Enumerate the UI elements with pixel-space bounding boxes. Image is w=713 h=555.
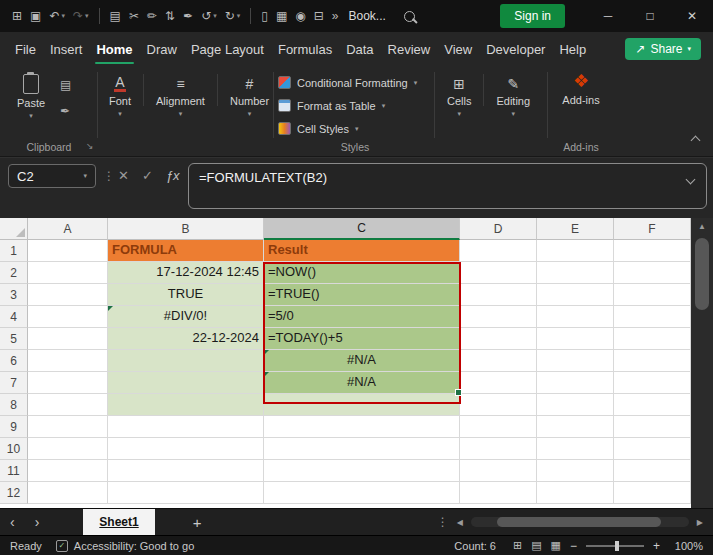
row-header-8[interactable]: 8 (0, 394, 28, 416)
cancel-icon[interactable]: ✕ (118, 168, 129, 183)
column-header-E[interactable]: E (537, 218, 614, 240)
ribbon-group-number[interactable]: #Number▾ (221, 72, 278, 120)
cell-C9[interactable] (264, 416, 460, 438)
cell-F1[interactable] (614, 240, 691, 262)
cell-A2[interactable] (28, 262, 108, 284)
cell-B7[interactable] (108, 372, 264, 394)
cell-E4[interactable] (537, 306, 614, 328)
cell-F9[interactable] (614, 416, 691, 438)
zoom-slider-thumb[interactable] (615, 541, 619, 551)
cell-F3[interactable] (614, 284, 691, 306)
cell-C4[interactable]: =5/0 (264, 306, 460, 328)
copy-icon[interactable]: ▤ (60, 78, 71, 92)
cell-D9[interactable] (460, 416, 537, 438)
horizontal-scrollbar-thumb[interactable] (497, 517, 661, 527)
cell-B2[interactable]: 17-12-2024 12:45 (108, 262, 264, 284)
row-header-4[interactable]: 4 (0, 306, 28, 328)
cell-D8[interactable] (460, 394, 537, 416)
select-all-corner[interactable] (0, 218, 28, 240)
name-box[interactable]: C2 ▾ (8, 164, 96, 188)
cell-A8[interactable] (28, 394, 108, 416)
row-header-12[interactable]: 12 (0, 482, 28, 504)
cell-D12[interactable] (460, 482, 537, 504)
scroll-left-icon[interactable]: ◀ (457, 518, 463, 527)
cell-A10[interactable] (28, 438, 108, 460)
cell-F8[interactable] (614, 394, 691, 416)
menu-tab-draw[interactable]: Draw (140, 32, 184, 66)
page-break-view-icon[interactable]: ▦ (551, 539, 561, 552)
cell-A9[interactable] (28, 416, 108, 438)
menu-tab-developer[interactable]: Developer (479, 32, 552, 66)
cell-A12[interactable] (28, 482, 108, 504)
cell-C1[interactable]: Result (264, 240, 460, 262)
cell-D6[interactable] (460, 350, 537, 372)
row-header-6[interactable]: 6 (0, 350, 28, 372)
cell-B4[interactable]: #DIV/0! (108, 306, 264, 328)
undo-icon[interactable]: ↶▾ (49, 9, 65, 23)
collapse-ribbon-icon[interactable] (691, 136, 701, 146)
cell-C12[interactable] (264, 482, 460, 504)
cell-D3[interactable] (460, 284, 537, 306)
formula-input[interactable]: =FORMULATEXT(B2) (188, 163, 707, 209)
cell-F12[interactable] (614, 482, 691, 504)
horizontal-scrollbar[interactable] (471, 517, 689, 527)
column-header-D[interactable]: D (460, 218, 537, 240)
cell-styles-button[interactable]: Cell Styles▾ (278, 117, 432, 140)
zoom-in-icon[interactable]: + (653, 539, 660, 553)
cell-B10[interactable] (108, 438, 264, 460)
add-sheet-icon[interactable]: + (193, 514, 202, 531)
redo-icon[interactable]: ↷▾ (73, 9, 89, 23)
scroll-up-icon[interactable]: ▲ (691, 222, 713, 231)
search-icon[interactable] (404, 11, 415, 22)
row-header-7[interactable]: 7 (0, 372, 28, 394)
cell-E8[interactable] (537, 394, 614, 416)
menu-tab-data[interactable]: Data (339, 32, 380, 66)
cell-E10[interactable] (537, 438, 614, 460)
cell-C5[interactable]: =TODAY()+5 (264, 328, 460, 350)
row-header-9[interactable]: 9 (0, 416, 28, 438)
cell-C7[interactable]: #N/A (264, 372, 460, 394)
cell-A4[interactable] (28, 306, 108, 328)
cell-E7[interactable] (537, 372, 614, 394)
row-header-11[interactable]: 11 (0, 460, 28, 482)
vertical-scrollbar-thumb[interactable] (695, 238, 709, 310)
undo-history-icon[interactable]: ↺▾ (201, 9, 217, 23)
cell-D1[interactable] (460, 240, 537, 262)
overflow-icon[interactable]: » (332, 9, 339, 23)
cell-B1[interactable]: FORMULA (108, 240, 264, 262)
menu-tab-review[interactable]: Review (381, 32, 438, 66)
menu-tab-formulas[interactable]: Formulas (271, 32, 339, 66)
cell-B8[interactable] (108, 394, 264, 416)
camera-icon[interactable]: ◉ (295, 9, 305, 23)
sign-in-button[interactable]: Sign in (500, 4, 565, 28)
share-button[interactable]: ↗ Share ▾ (625, 38, 701, 60)
menu-tab-home[interactable]: Home (89, 32, 139, 66)
row-header-3[interactable]: 3 (0, 284, 28, 306)
cell-F4[interactable] (614, 306, 691, 328)
cell-D7[interactable] (460, 372, 537, 394)
row-header-2[interactable]: 2 (0, 262, 28, 284)
cell-E6[interactable] (537, 350, 614, 372)
cell-E11[interactable] (537, 460, 614, 482)
cell-E3[interactable] (537, 284, 614, 306)
cell-E2[interactable] (537, 262, 614, 284)
next-sheet-icon[interactable]: › (25, 514, 50, 530)
menu-tab-help[interactable]: Help (552, 32, 593, 66)
cell-B11[interactable] (108, 460, 264, 482)
new-document-icon[interactable]: ▯ (261, 9, 268, 23)
format-painter-icon[interactable]: ✒ (60, 104, 71, 118)
ribbon-group-font[interactable]: AFont▾ (100, 72, 140, 120)
cell-A6[interactable] (28, 350, 108, 372)
format-painter-icon[interactable]: ✒ (183, 9, 193, 23)
minimize-button[interactable]: ─ (587, 0, 629, 32)
fill-handle[interactable] (455, 389, 462, 396)
cell-C6[interactable]: #N/A (264, 350, 460, 372)
menu-tab-page-layout[interactable]: Page Layout (184, 32, 271, 66)
cell-C3[interactable]: =TRUE() (264, 284, 460, 306)
format-as-table-button[interactable]: Format as Table▾ (278, 94, 432, 117)
cell-B6[interactable] (108, 350, 264, 372)
more-options-icon[interactable]: ⋮ (437, 515, 449, 529)
cell-D2[interactable] (460, 262, 537, 284)
zoom-level[interactable]: 100% (669, 540, 703, 552)
cell-A7[interactable] (28, 372, 108, 394)
